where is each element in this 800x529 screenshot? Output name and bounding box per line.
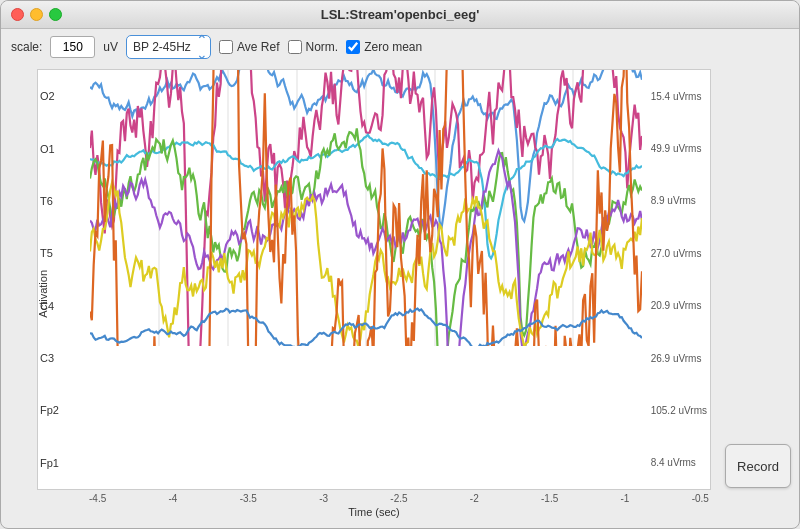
x-tick-7: -1.5 — [541, 493, 558, 504]
rms-t6: 8.9 uVrms — [651, 195, 707, 206]
eeg-chart-svg — [90, 70, 642, 346]
chart-area: O2 O1 T6 T5 C4 C3 Fp2 Fp1 15.4 uVrms 49.… — [37, 69, 711, 490]
y-axis-label: Activation — [37, 269, 49, 317]
main-area: Activation O2 O1 T6 T5 C4 C3 Fp2 Fp1 15.… — [1, 65, 799, 528]
x-tick-3: -3.5 — [240, 493, 257, 504]
rms-o2: 15.4 uVrms — [651, 91, 707, 102]
zero-mean-checkbox[interactable] — [346, 40, 360, 54]
x-ticks: -4.5 -4 -3.5 -3 -2.5 -2 -1.5 -1 -0.5 — [89, 490, 709, 504]
window-title: LSL:Stream'openbci_eeg' — [321, 7, 480, 22]
ave-ref-label: Ave Ref — [237, 40, 279, 54]
rms-labels-container: 15.4 uVrms 49.9 uVrms 8.9 uVrms 27.0 uVr… — [651, 70, 707, 489]
channel-label-fp1: Fp1 — [40, 457, 59, 469]
toolbar: scale: uV BP 2-45Hz No filter BP 1-40Hz … — [1, 29, 799, 65]
norm-group: Norm. — [288, 40, 339, 54]
channel-label-t6: T6 — [40, 195, 59, 207]
x-tick-5: -2.5 — [390, 493, 407, 504]
zero-mean-group: Zero mean — [346, 40, 422, 54]
x-tick-9: -0.5 — [692, 493, 709, 504]
rms-fp2: 105.2 uVrms — [651, 405, 707, 416]
rms-o1: 49.9 uVrms — [651, 143, 707, 154]
x-tick-8: -1 — [621, 493, 630, 504]
maximize-button[interactable] — [49, 8, 62, 21]
x-axis-label: Time (sec) — [37, 506, 711, 518]
norm-label: Norm. — [306, 40, 339, 54]
title-bar: LSL:Stream'openbci_eeg' — [1, 1, 799, 29]
x-tick-2: -4 — [169, 493, 178, 504]
x-axis: -4.5 -4 -3.5 -3 -2.5 -2 -1.5 -1 -0.5 Tim… — [37, 490, 711, 520]
close-button[interactable] — [11, 8, 24, 21]
channel-label-o2: O2 — [40, 90, 59, 102]
channel-label-fp2: Fp2 — [40, 404, 59, 416]
channel-label-c3: C3 — [40, 352, 59, 364]
scale-unit: uV — [103, 40, 118, 54]
x-tick-6: -2 — [470, 493, 479, 504]
bp-filter-select[interactable]: BP 2-45Hz No filter BP 1-40Hz — [126, 35, 211, 59]
rms-fp1: 8.4 uVrms — [651, 457, 707, 468]
ave-ref-group: Ave Ref — [219, 40, 279, 54]
channel-label-o1: O1 — [40, 143, 59, 155]
main-window: LSL:Stream'openbci_eeg' scale: uV BP 2-4… — [0, 0, 800, 529]
minimize-button[interactable] — [30, 8, 43, 21]
ave-ref-checkbox[interactable] — [219, 40, 233, 54]
channel-label-t5: T5 — [40, 247, 59, 259]
rms-c4: 20.9 uVrms — [651, 300, 707, 311]
zero-mean-label: Zero mean — [364, 40, 422, 54]
scale-label: scale: — [11, 40, 42, 54]
rms-t5: 27.0 uVrms — [651, 248, 707, 259]
right-panel: Record — [711, 69, 791, 520]
record-button[interactable]: Record — [725, 444, 791, 488]
scale-input[interactable] — [50, 36, 95, 58]
x-tick-4: -3 — [319, 493, 328, 504]
window-buttons — [11, 8, 62, 21]
x-tick-1: -4.5 — [89, 493, 106, 504]
rms-c3: 26.9 uVrms — [651, 353, 707, 364]
bp-filter-wrapper: BP 2-45Hz No filter BP 1-40Hz ⌃⌄ — [126, 35, 211, 59]
norm-checkbox[interactable] — [288, 40, 302, 54]
